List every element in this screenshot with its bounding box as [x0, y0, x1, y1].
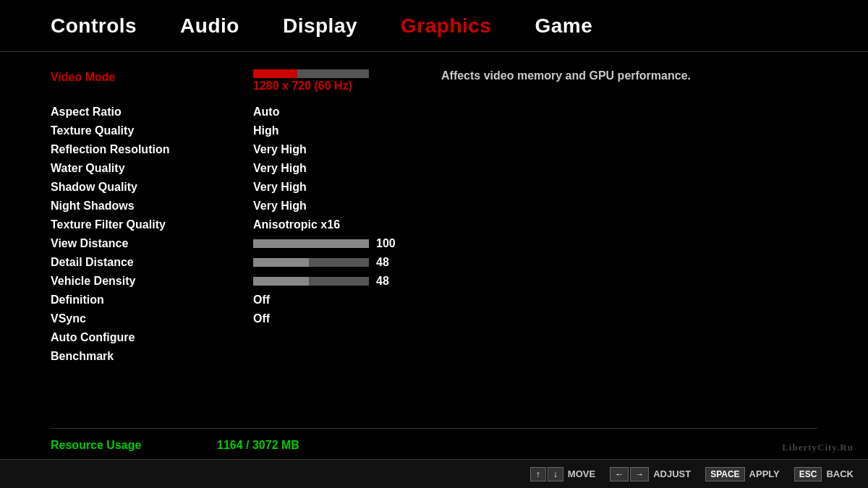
space-key: SPACE: [705, 467, 744, 481]
aspect-ratio-label: Aspect Ratio: [51, 106, 253, 119]
hint-move: ↑ ↓ MOVE: [530, 467, 595, 481]
shadow-quality-value: Very High: [253, 181, 383, 194]
shadow-quality-label: Shadow Quality: [51, 181, 253, 194]
down-key: ↓: [548, 467, 563, 481]
resource-section: Resource Usage 1164 / 3072 MB: [51, 428, 817, 452]
setting-row-benchmark[interactable]: Benchmark: [51, 347, 817, 366]
nav-game[interactable]: Game: [535, 14, 592, 38]
video-mode-description: Affects video memory and GPU performance…: [441, 69, 691, 82]
texture-quality-value: High: [253, 124, 383, 137]
reflection-resolution-label: Reflection Resolution: [51, 143, 253, 156]
up-key: ↑: [530, 467, 546, 481]
resource-value: 1164 / 3072 MB: [217, 439, 299, 452]
video-mode-control: 1280 x 720 (60 Hz): [253, 69, 383, 93]
water-quality-value: Very High: [253, 162, 383, 175]
move-label: MOVE: [568, 468, 595, 479]
vehicle-density-value: 48: [376, 275, 405, 288]
hint-apply: SPACE APPLY: [705, 467, 780, 481]
vehicle-density-slider-container: 48: [253, 275, 405, 288]
texture-quality-label: Texture Quality: [51, 124, 253, 137]
video-mode-slider-fill: [253, 69, 297, 78]
benchmark-label: Benchmark: [51, 350, 253, 363]
setting-row-vsync[interactable]: VSync Off: [51, 309, 817, 328]
nav-display[interactable]: Display: [283, 14, 357, 38]
aspect-ratio-value: Auto: [253, 106, 383, 119]
video-mode-slider-track[interactable]: [253, 69, 369, 78]
settings-section: Aspect Ratio Auto Texture Quality High R…: [51, 103, 817, 366]
setting-row-water-quality[interactable]: Water Quality Very High: [51, 159, 817, 178]
adjust-label: ADJUST: [653, 468, 691, 479]
definition-label: Definition: [51, 294, 253, 307]
vehicle-density-fill: [253, 277, 309, 286]
move-arrow-keys: ↑ ↓: [530, 467, 563, 481]
nav-graphics[interactable]: Graphics: [401, 14, 491, 38]
esc-key: ESC: [794, 467, 822, 481]
video-mode-row: Video Mode 1280 x 720 (60 Hz) Affects vi…: [51, 67, 817, 103]
video-mode-value: 1280 x 720 (60 Hz): [253, 80, 383, 93]
vsync-label: VSync: [51, 312, 253, 325]
setting-row-vehicle-density[interactable]: Vehicle Density 48: [51, 272, 817, 291]
texture-filter-label: Texture Filter Quality: [51, 218, 253, 231]
video-mode-slider-container: [253, 69, 383, 78]
detail-distance-fill: [253, 258, 309, 267]
vsync-value: Off: [253, 312, 383, 325]
definition-value: Off: [253, 294, 383, 307]
detail-distance-slider-container: 48: [253, 256, 405, 269]
auto-configure-label: Auto Configure: [51, 331, 253, 344]
water-quality-label: Water Quality: [51, 162, 253, 175]
view-distance-label: View Distance: [51, 237, 253, 250]
hint-adjust: ← → ADJUST: [610, 467, 691, 481]
adjust-arrow-keys: ← →: [610, 467, 649, 481]
bottom-bar: ↑ ↓ MOVE ← → ADJUST SPACE APPLY ESC BACK: [0, 459, 868, 488]
setting-row-detail-distance[interactable]: Detail Distance 48: [51, 253, 817, 272]
detail-distance-label: Detail Distance: [51, 256, 253, 269]
vehicle-density-label: Vehicle Density: [51, 275, 253, 288]
setting-row-aspect-ratio[interactable]: Aspect Ratio Auto: [51, 103, 817, 121]
top-nav: Controls Audio Display Graphics Game: [0, 0, 868, 52]
view-distance-slider-container: 100: [253, 237, 405, 250]
setting-row-definition[interactable]: Definition Off: [51, 291, 817, 309]
resource-label: Resource Usage: [51, 439, 195, 452]
detail-distance-value: 48: [376, 256, 405, 269]
reflection-resolution-value: Very High: [253, 143, 383, 156]
main-content: Video Mode 1280 x 720 (60 Hz) Affects vi…: [0, 52, 868, 423]
back-label: BACK: [826, 468, 854, 479]
watermark: LibertyCity.Ru: [782, 442, 854, 453]
right-key: →: [630, 467, 649, 481]
night-shadows-value: Very High: [253, 200, 383, 213]
setting-row-shadow-quality[interactable]: Shadow Quality Very High: [51, 178, 817, 197]
vehicle-density-track[interactable]: [253, 277, 369, 286]
view-distance-fill: [253, 239, 369, 248]
detail-distance-track[interactable]: [253, 258, 369, 267]
setting-row-view-distance[interactable]: View Distance 100: [51, 234, 817, 253]
setting-row-texture-quality[interactable]: Texture Quality High: [51, 121, 817, 140]
video-mode-label: Video Mode: [51, 69, 253, 84]
view-distance-track[interactable]: [253, 239, 369, 248]
setting-row-auto-configure[interactable]: Auto Configure: [51, 328, 817, 347]
view-distance-value: 100: [376, 237, 405, 250]
night-shadows-label: Night Shadows: [51, 200, 253, 213]
setting-row-night-shadows[interactable]: Night Shadows Very High: [51, 197, 817, 215]
hint-back: ESC BACK: [794, 467, 854, 481]
nav-controls[interactable]: Controls: [51, 14, 137, 38]
apply-label: APPLY: [749, 468, 780, 479]
texture-filter-value: Anisotropic x16: [253, 218, 383, 231]
setting-row-reflection-resolution[interactable]: Reflection Resolution Very High: [51, 140, 817, 159]
setting-row-texture-filter[interactable]: Texture Filter Quality Anisotropic x16: [51, 215, 817, 234]
left-key: ←: [610, 467, 629, 481]
nav-audio[interactable]: Audio: [180, 14, 239, 38]
